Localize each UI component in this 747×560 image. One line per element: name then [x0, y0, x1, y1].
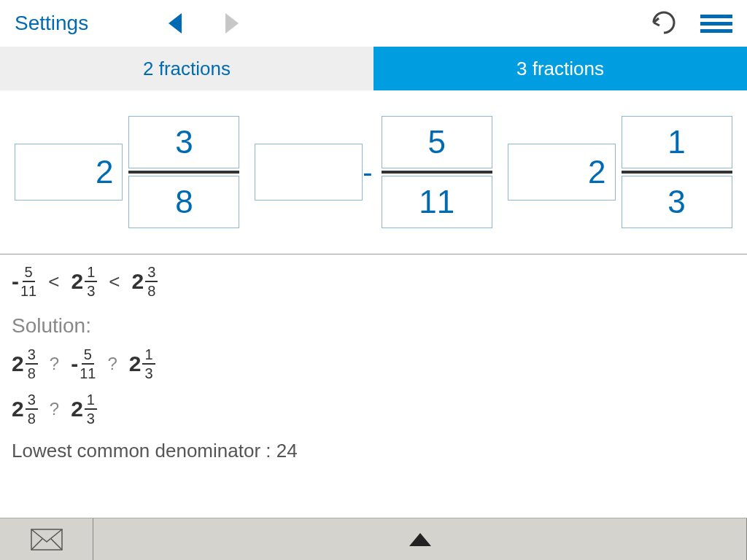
bottom-bar	[0, 518, 747, 560]
numerator-input-3[interactable]: 1	[622, 116, 732, 168]
fraction-input-1: 2 3 8	[15, 116, 239, 228]
question-mark-icon: ?	[50, 351, 59, 376]
top-bar: Settings	[0, 0, 747, 47]
menu-icon[interactable]	[700, 15, 732, 33]
settings-link[interactable]: Settings	[15, 12, 88, 35]
numerator-input-2[interactable]: 5	[382, 116, 492, 168]
fraction-input-3: 2 1 3	[508, 116, 732, 228]
tab-bar: 2 fractions 3 fractions	[0, 47, 747, 90]
whole-input-2[interactable]	[255, 144, 363, 201]
whole-input-1[interactable]: 2	[15, 144, 123, 201]
undo-icon[interactable]	[649, 9, 678, 37]
less-than-icon: <	[109, 268, 120, 295]
prev-icon[interactable]	[169, 13, 182, 34]
answer-frac-2: 2 13	[71, 265, 97, 298]
numerator-input-1[interactable]: 3	[128, 116, 239, 168]
denominator-input-3[interactable]: 3	[622, 176, 732, 228]
solution-label: Solution:	[12, 311, 735, 340]
fraction-bar	[622, 171, 732, 174]
nav-arrows	[169, 13, 239, 34]
next-icon	[225, 13, 239, 34]
solution-line-1: 238 ? -511 ? 213	[12, 347, 735, 381]
fraction-bar	[128, 171, 239, 174]
solution-panel: - 511 < 2 13 < 2 38 Solution: 238 ? -511…	[0, 254, 747, 475]
denominator-input-1[interactable]: 8	[128, 176, 239, 228]
mail-button[interactable]	[0, 518, 93, 560]
chevron-up-icon	[409, 533, 431, 546]
less-than-icon: <	[48, 268, 59, 295]
mail-icon	[31, 529, 63, 551]
answer-frac-1: - 511	[12, 265, 36, 298]
expand-button[interactable]	[93, 518, 747, 560]
fraction-bar	[382, 171, 492, 174]
fraction-input-row: 2 3 8 - 5 11 2 1 3	[0, 90, 747, 254]
lcd-line: Lowest common denominator : 24	[12, 438, 735, 464]
denominator-input-2[interactable]: 11	[382, 176, 492, 228]
whole-input-3[interactable]: 2	[508, 144, 616, 201]
fraction-input-2: - 5 11	[255, 116, 492, 228]
question-mark-icon: ?	[107, 351, 117, 376]
tab-3-fractions[interactable]: 3 fractions	[374, 47, 747, 90]
answer-row: - 511 < 2 13 < 2 38	[12, 265, 735, 298]
solution-line-2: 238 ? 213	[12, 392, 735, 426]
answer-frac-3: 2 38	[131, 265, 158, 298]
question-mark-icon: ?	[50, 397, 59, 421]
negative-sign: -	[363, 156, 372, 189]
tab-2-fractions[interactable]: 2 fractions	[0, 47, 374, 90]
